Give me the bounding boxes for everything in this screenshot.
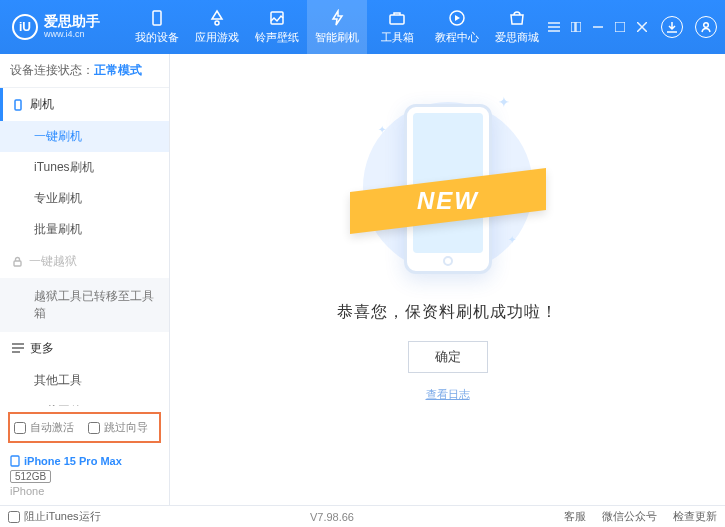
- success-message: 恭喜您，保资料刷机成功啦！: [337, 302, 558, 323]
- svg-rect-11: [11, 456, 19, 466]
- phone-icon: [12, 99, 24, 111]
- svg-rect-0: [153, 11, 161, 25]
- window-controls: [547, 16, 717, 38]
- topnav-label: 我的设备: [135, 30, 179, 45]
- footer-link-0[interactable]: 客服: [564, 509, 586, 524]
- device-icon: [10, 455, 20, 467]
- sidebar-item-flash-2[interactable]: 专业刷机: [0, 183, 169, 214]
- topnav-store[interactable]: 爱思商城: [487, 0, 547, 54]
- auto-activate-check[interactable]: 自动激活: [14, 420, 74, 435]
- topnav-label: 铃声壁纸: [255, 30, 299, 45]
- topnav-label: 教程中心: [435, 30, 479, 45]
- block-itunes-label: 阻止iTunes运行: [24, 509, 101, 524]
- layout-icon[interactable]: [569, 20, 583, 34]
- svg-rect-7: [615, 22, 625, 32]
- ribbon-text: NEW: [417, 187, 479, 215]
- maximize-button[interactable]: [613, 20, 627, 34]
- logo-icon: iU: [12, 14, 38, 40]
- menu-icon[interactable]: [547, 20, 561, 34]
- app-logo: iU 爱思助手 www.i4.cn: [8, 14, 127, 40]
- topnav-label: 应用游戏: [195, 30, 239, 45]
- svg-rect-3: [390, 15, 404, 24]
- topnav-tutorial[interactable]: 教程中心: [427, 0, 487, 54]
- section-jailbreak: 一键越狱: [0, 245, 169, 278]
- section-more-label: 更多: [30, 340, 54, 357]
- view-log-link[interactable]: 查看日志: [426, 387, 470, 402]
- section-flash-label: 刷机: [30, 96, 54, 113]
- svg-rect-2: [271, 12, 283, 24]
- device-type: iPhone: [10, 485, 159, 497]
- footer-link-2[interactable]: 检查更新: [673, 509, 717, 524]
- titlebar: iU 爱思助手 www.i4.cn 我的设备应用游戏铃声壁纸智能刷机工具箱教程中…: [0, 0, 725, 54]
- status-label: 设备连接状态：: [10, 63, 94, 77]
- device-storage: 512GB: [10, 470, 51, 483]
- device-name: iPhone 15 Pro Max: [10, 455, 159, 467]
- svg-rect-9: [15, 100, 21, 110]
- sidebar-item-flash-0[interactable]: 一键刷机: [0, 121, 169, 152]
- sidebar-item-more-0[interactable]: 其他工具: [0, 365, 169, 396]
- section-more[interactable]: 更多: [0, 332, 169, 365]
- success-illustration: ✦ ✦ ✦ NEW: [368, 84, 528, 294]
- topnav-tools[interactable]: 工具箱: [367, 0, 427, 54]
- media-icon: [268, 9, 286, 27]
- jailbreak-note: 越狱工具已转移至工具箱: [0, 278, 169, 332]
- top-nav: 我的设备应用游戏铃声壁纸智能刷机工具箱教程中心爱思商城: [127, 0, 547, 54]
- close-button[interactable]: [635, 20, 649, 34]
- block-itunes-check[interactable]: 阻止iTunes运行: [8, 509, 101, 524]
- brand-url: www.i4.cn: [44, 30, 100, 40]
- topnav-device[interactable]: 我的设备: [127, 0, 187, 54]
- topnav-apps[interactable]: 应用游戏: [187, 0, 247, 54]
- auto-activate-label: 自动激活: [30, 420, 74, 435]
- download-button[interactable]: [661, 16, 683, 38]
- topnav-label: 工具箱: [381, 30, 414, 45]
- tutorial-icon: [448, 9, 466, 27]
- device-info: iPhone 15 Pro Max 512GB iPhone: [0, 449, 169, 505]
- skip-guide-label: 跳过向导: [104, 420, 148, 435]
- user-button[interactable]: [695, 16, 717, 38]
- lock-icon: [12, 256, 23, 267]
- sidebar: 设备连接状态：正常模式 刷机 一键刷机iTunes刷机专业刷机批量刷机 一键越狱…: [0, 54, 170, 505]
- jailbreak-label: 一键越狱: [29, 253, 77, 270]
- main-panel: ✦ ✦ ✦ NEW 恭喜您，保资料刷机成功啦！ 确定 查看日志: [170, 54, 725, 505]
- device-icon: [148, 9, 166, 27]
- topnav-label: 智能刷机: [315, 30, 359, 45]
- connection-status: 设备连接状态：正常模式: [0, 54, 169, 88]
- apps-icon: [208, 9, 226, 27]
- flash-icon: [328, 9, 346, 27]
- sidebar-item-more-1[interactable]: 下载固件: [0, 396, 169, 406]
- topnav-flash[interactable]: 智能刷机: [307, 0, 367, 54]
- svg-rect-6: [576, 22, 581, 32]
- store-icon: [508, 9, 526, 27]
- version-label: V7.98.66: [310, 511, 354, 523]
- tools-icon: [388, 9, 406, 27]
- svg-point-1: [215, 21, 219, 25]
- sidebar-item-flash-3[interactable]: 批量刷机: [0, 214, 169, 245]
- sidebar-item-flash-1[interactable]: iTunes刷机: [0, 152, 169, 183]
- topnav-label: 爱思商城: [495, 30, 539, 45]
- svg-rect-5: [571, 22, 575, 32]
- option-checks: 自动激活 跳过向导: [8, 412, 161, 443]
- topnav-media[interactable]: 铃声壁纸: [247, 0, 307, 54]
- device-name-text: iPhone 15 Pro Max: [24, 455, 122, 467]
- status-value: 正常模式: [94, 63, 142, 77]
- status-bar: 阻止iTunes运行 V7.98.66 客服微信公众号检查更新: [0, 505, 725, 527]
- svg-rect-10: [14, 261, 21, 266]
- svg-point-8: [704, 23, 709, 28]
- brand-name: 爱思助手: [44, 14, 100, 29]
- footer-link-1[interactable]: 微信公众号: [602, 509, 657, 524]
- skip-guide-check[interactable]: 跳过向导: [88, 420, 148, 435]
- ok-button[interactable]: 确定: [408, 341, 488, 373]
- section-flash[interactable]: 刷机: [0, 88, 169, 121]
- list-icon: [12, 343, 24, 353]
- minimize-button[interactable]: [591, 20, 605, 34]
